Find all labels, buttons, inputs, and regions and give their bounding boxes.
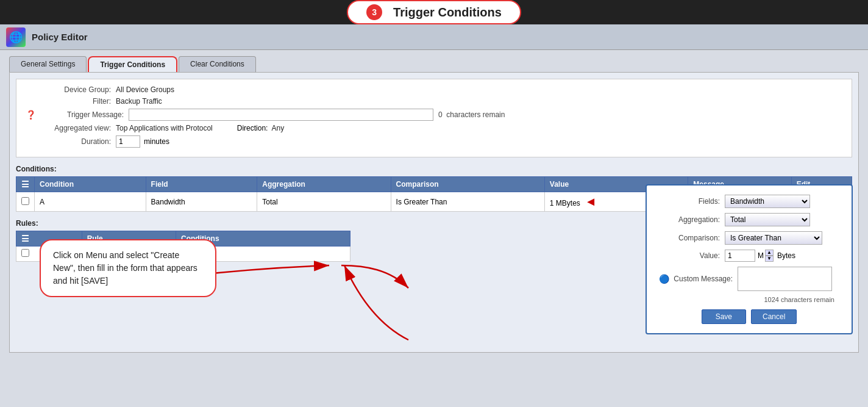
device-group-label: Device Group: — [26, 85, 111, 94]
conditions-row1-comparison: Is Greater Than — [391, 192, 544, 212]
app-logo: 🌐 — [6, 27, 26, 47]
step-badge: 3 — [366, 4, 382, 20]
duration-row: Duration: minutes — [26, 135, 842, 148]
char-count: 0 characters remain — [438, 110, 505, 119]
conditions-row1-condition: A — [35, 192, 146, 212]
conditions-title: Conditions: — [16, 165, 852, 173]
conditions-th-condition: Condition — [35, 177, 146, 192]
duration-unit: minutes — [144, 137, 169, 146]
filter-value: Backup Traffic — [116, 97, 162, 106]
conditions-row1-checkbox-cell — [16, 192, 35, 212]
spin-down-btn[interactable]: ▼ — [765, 256, 774, 262]
form-custom-message-label: Custom Message: — [672, 275, 733, 283]
form-custom-message-row: 🔵 Custom Message: — [659, 267, 839, 291]
conditions-row1-field: Bandwidth — [146, 192, 257, 212]
rules-row1-checkbox[interactable] — [21, 249, 29, 257]
direction-label: Direction: — [237, 124, 268, 132]
aggregated-view-row: Aggregated view: Top Applications with P… — [26, 124, 842, 132]
tab-trigger-conditions[interactable]: Trigger Conditions — [88, 56, 177, 72]
conditions-row1-aggregation: Total — [257, 192, 391, 212]
form-char-count-row: 1024 characters remain — [659, 296, 839, 303]
filter-label: Filter: — [26, 97, 111, 106]
form-value-input[interactable] — [725, 250, 755, 262]
tooltip-bubble: Click on Menu and select "Create New", t… — [40, 239, 216, 297]
title-pill: 3 Trigger Conditions — [347, 0, 521, 24]
info-section: Device Group: All Device Groups Filter: … — [16, 79, 852, 157]
tab-clear-conditions[interactable]: Clear Conditions — [179, 56, 256, 72]
spin-buttons: ▲ ▼ — [765, 250, 774, 262]
aggregated-view-value: Top Applications with Protocol — [116, 124, 213, 132]
form-aggregation-row: Aggregation: Total — [659, 213, 839, 226]
form-value-label: Value: — [659, 251, 720, 260]
form-help-icon[interactable]: 🔵 — [659, 274, 669, 284]
trigger-message-input[interactable] — [129, 109, 433, 121]
filter-row: Filter: Backup Traffic — [26, 97, 842, 106]
form-aggregation-select[interactable]: Total — [725, 213, 810, 226]
page-title: Trigger Conditions — [393, 5, 502, 20]
arrow-left-indicator: ◄ — [585, 195, 597, 208]
aggregated-view-label: Aggregated view: — [26, 124, 111, 132]
conditions-th-comparison: Comparison — [391, 177, 544, 192]
trigger-message-label: Trigger Message: — [38, 110, 124, 119]
form-save-button[interactable]: Save — [702, 309, 746, 324]
conditions-th-icon: ☰ — [16, 177, 35, 192]
duration-label: Duration: — [26, 137, 111, 146]
edit-form-panel: Fields: Bandwidth Aggregation: Total Com… — [646, 184, 853, 334]
form-custom-message-textarea[interactable] — [738, 267, 832, 291]
duration-input[interactable] — [116, 135, 140, 148]
device-group-value: All Device Groups — [116, 85, 174, 94]
tab-general-settings[interactable]: General Settings — [9, 56, 87, 72]
form-aggregation-label: Aggregation: — [659, 215, 720, 224]
form-fields-row: Fields: Bandwidth — [659, 195, 839, 208]
form-buttons: Save Cancel — [659, 309, 839, 324]
form-comparison-select[interactable]: Is Greater Than — [725, 231, 822, 245]
conditions-th-aggregation: Aggregation — [257, 177, 391, 192]
spin-up-btn[interactable]: ▲ — [765, 250, 774, 256]
trigger-message-row: ❓ Trigger Message: 0 characters remain — [26, 109, 842, 121]
conditions-row1-checkbox[interactable] — [21, 197, 29, 205]
form-char-count: 1024 characters remain — [764, 296, 834, 303]
form-value-unit: M — [758, 251, 764, 260]
form-fields-select[interactable]: Bandwidth — [725, 195, 810, 208]
top-bar: 3 Trigger Conditions — [0, 0, 868, 24]
form-cancel-button[interactable]: Cancel — [751, 309, 797, 324]
help-icon[interactable]: ❓ — [26, 110, 36, 120]
device-group-row: Device Group: All Device Groups — [26, 85, 842, 94]
form-comparison-label: Comparison: — [659, 234, 720, 242]
app-title: Policy Editor — [32, 32, 88, 42]
main-content: General Settings Trigger Conditions Clea… — [0, 50, 868, 407]
form-comparison-row: Comparison: Is Greater Than — [659, 231, 839, 245]
conditions-th-field: Field — [146, 177, 257, 192]
header-bar: 🌐 Policy Editor — [0, 24, 868, 50]
form-value-suffix: Bytes — [777, 251, 795, 260]
tabs-container: General Settings Trigger Conditions Clea… — [9, 56, 859, 72]
form-fields-label: Fields: — [659, 197, 720, 206]
form-value-row: Value: M ▲ ▼ Bytes — [659, 250, 839, 262]
direction-value: Any — [271, 124, 284, 132]
